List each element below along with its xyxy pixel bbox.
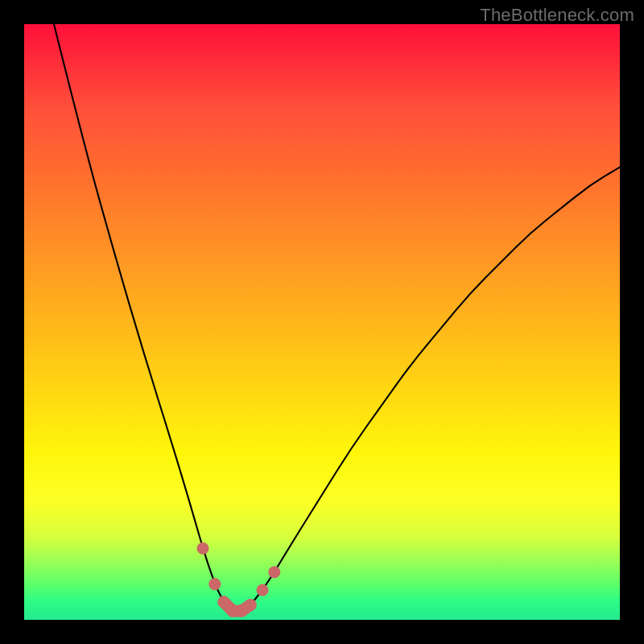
plot-area	[24, 24, 620, 620]
min-region-dot	[268, 566, 280, 578]
min-region-dot	[208, 578, 221, 590]
min-region-dot	[197, 543, 209, 555]
min-region-dot	[245, 599, 257, 611]
bottleneck-curve	[54, 24, 620, 611]
watermark-text: TheBottleneck.com	[480, 5, 634, 26]
chart-frame: TheBottleneck.com	[0, 0, 644, 644]
curve-svg	[24, 24, 620, 620]
min-region-markers	[197, 543, 281, 617]
min-region-dot	[257, 584, 269, 597]
min-region-dot	[217, 596, 229, 608]
